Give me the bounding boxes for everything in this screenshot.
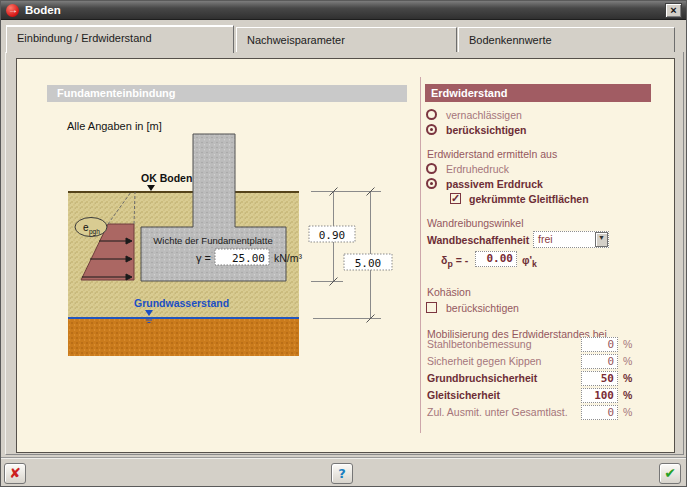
radio-erdruhedruck-label[interactable]: Erdruhedruck [446, 163, 509, 175]
ground-level-marker-icon [147, 185, 155, 191]
pressure-label-sub: pgh [89, 228, 100, 236]
close-button[interactable]: × [665, 3, 682, 18]
row-gleitsicherheit-input[interactable]: 100 [581, 388, 618, 403]
row-grundbruch-unit: % [623, 371, 632, 386]
gamma-unit: kN/m³ [274, 252, 302, 264]
wall-surface-value: frei [538, 233, 553, 245]
plate-weight-label: Wichte der Fundamentplatte [153, 235, 272, 246]
tab-label: Nachweisparameter [247, 34, 345, 46]
ok-button[interactable]: ✔ [659, 463, 681, 484]
phi-sub: k [532, 259, 537, 269]
row-grundbruch-input[interactable]: 50 [581, 371, 618, 386]
radio-vernachlaessigen[interactable] [426, 109, 437, 120]
gamma-value: 25.00 [232, 252, 265, 265]
wall-surface-label: Wandbeschaffenheit [427, 234, 529, 246]
row-grundbruch-label: Grundbruchsicherheit [427, 371, 579, 386]
app-arrow-icon [6, 4, 19, 17]
delta-p-input[interactable]: 0.00 [475, 251, 517, 267]
row-gleitsicherheit-unit: % [623, 388, 632, 403]
checkbox-gekruemmte-gleitflaechen-label[interactable]: gekrümmte Gleitflächen [469, 193, 589, 205]
saturated-soil-layer [68, 318, 299, 356]
footer-divider-highlight [1, 458, 687, 459]
delta-sub: p [447, 259, 452, 269]
embedment-depth-value: 0.90 [319, 229, 346, 242]
delta-p-label: δp = - [441, 254, 468, 269]
phi-symbol: φ' [522, 254, 532, 266]
row-stahlbetonbemessung-input[interactable]: 0 [581, 337, 618, 352]
section-header-fundamenteinbindung: Fundamenteinbindung [47, 85, 407, 102]
checkbox-gekruemmte-gleitflaechen[interactable] [450, 193, 461, 204]
section-header-label: Erdwiderstand [431, 87, 507, 99]
title-bar[interactable]: Boden × [1, 1, 687, 20]
radio-beruecksichtigen[interactable] [426, 124, 437, 135]
phi-k-label: φ'k [522, 254, 537, 269]
determine-from-label: Erdwiderstand ermitteln aus [427, 148, 557, 160]
window-title: Boden [25, 4, 61, 16]
row-gleitsicherheit-label: Gleitsicherheit [427, 388, 579, 403]
wall-friction-label: Wandreibungswinkel [427, 217, 524, 229]
section-header-erdwiderstand: Erdwiderstand [425, 84, 651, 102]
radio-erdruhedruck[interactable] [426, 163, 437, 174]
row-kippen-input[interactable]: 0 [581, 354, 618, 369]
panel-divider [420, 77, 421, 433]
cancel-button[interactable]: ✘ [4, 463, 26, 484]
checkbox-kohaesion-beruecksichtigen[interactable] [426, 302, 437, 313]
row-ausmitte-unit: % [623, 405, 632, 420]
groundwater-label: Grundwasserstand [134, 297, 229, 309]
foundation-diagram: e pgh OK Boden Wichte der Fundamentplatt… [41, 101, 411, 381]
boden-dialog: Boden × Einbindung / Erdwiderstand Nachw… [0, 0, 687, 487]
gamma-prefix: γ = [196, 252, 211, 264]
tab-einbindung-erdwiderstand[interactable]: Einbindung / Erdwiderstand [6, 25, 234, 53]
row-kippen-unit: % [623, 354, 632, 369]
row-stahlbetonbemessung-unit: % [623, 337, 632, 352]
radio-passivem-erddruck[interactable] [426, 178, 437, 189]
help-button[interactable]: ? [331, 463, 353, 484]
radio-vernachlaessigen-label[interactable]: vernachlässigen [446, 109, 522, 121]
row-kippen-label: Sicherheit gegen Kippen [427, 354, 579, 369]
tab-label: Einbindung / Erdwiderstand [17, 32, 152, 44]
delta-equals: = - [456, 254, 469, 266]
radio-passivem-erddruck-label[interactable]: passivem Erddruck [446, 178, 543, 190]
row-stahlbetonbemessung-label: Stahlbetonbemessung [427, 337, 579, 352]
tab-bodenkennwerte[interactable]: Bodenkennwerte [458, 27, 675, 52]
checkbox-kohaesion-label[interactable]: berücksichtigen [446, 302, 519, 314]
cohesion-label: Kohäsion [427, 286, 471, 298]
row-ausmitte-input[interactable]: 0 [581, 405, 618, 420]
tab-label: Bodenkennwerte [469, 34, 552, 46]
groundwater-depth-value: 5.00 [355, 257, 382, 270]
chevron-down-icon[interactable] [595, 232, 608, 247]
section-header-label: Fundamenteinbindung [57, 87, 176, 99]
row-ausmitte-label: Zul. Ausmit. unter Gesamtlast. [427, 405, 579, 420]
ground-level-label: OK Boden [141, 172, 192, 184]
radio-beruecksichtigen-label[interactable]: berücksichtigen [446, 124, 527, 136]
tab-nachweisparameter[interactable]: Nachweisparameter [236, 27, 457, 52]
